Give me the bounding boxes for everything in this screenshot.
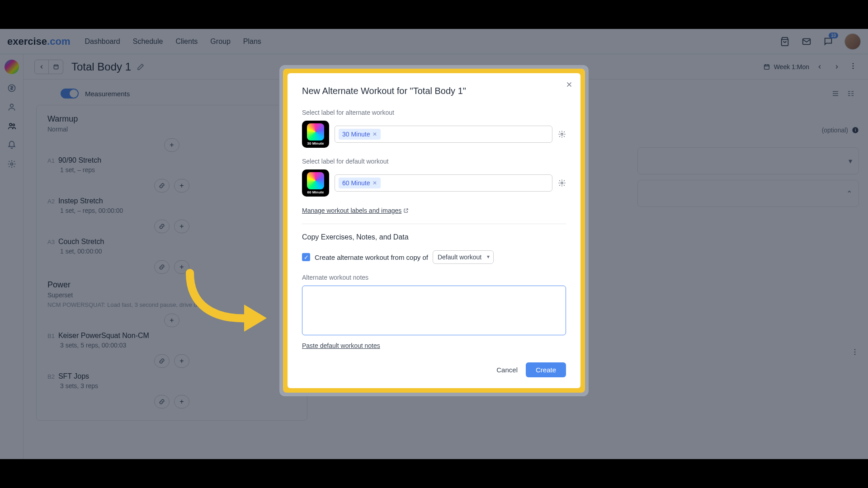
notes-textarea[interactable]	[302, 286, 566, 335]
svg-point-17	[561, 182, 563, 184]
default-label-chip[interactable]: 60 Minute✕	[339, 178, 381, 188]
alt-thumbnail[interactable]: 30 Minute	[302, 121, 329, 148]
svg-point-16	[561, 133, 563, 136]
default-label-heading: Select label for default workout	[302, 158, 566, 165]
default-chip-remove-icon[interactable]: ✕	[373, 180, 377, 186]
copy-checkbox-label: Create alternate workout from copy of	[315, 253, 428, 261]
create-button[interactable]: Create	[526, 362, 566, 377]
alt-label-gear-icon[interactable]	[558, 130, 566, 138]
alt-label-chip[interactable]: 30 Minute✕	[339, 129, 381, 140]
modal: New Alternate Workout for "Total Body 1"…	[279, 65, 589, 396]
manage-labels-link[interactable]: Manage workout labels and images	[302, 207, 409, 214]
default-label-chip-text: 60 Minute	[342, 179, 370, 187]
alt-label-chip-text: 30 Minute	[342, 131, 370, 138]
default-thumbnail-text: 60 Minute	[307, 190, 324, 194]
default-thumbnail[interactable]: 60 Minute	[302, 169, 329, 197]
copy-checkbox[interactable]: ✓	[302, 253, 310, 261]
alt-label-input[interactable]: 30 Minute✕	[335, 126, 552, 143]
modal-title: New Alternate Workout for "Total Body 1"	[302, 86, 566, 96]
close-icon[interactable]	[564, 80, 574, 89]
copy-source-select[interactable]: Default workout	[433, 250, 494, 264]
alt-label-heading: Select label for alternate workout	[302, 109, 566, 116]
paste-notes-link[interactable]: Paste default workout notes	[302, 342, 380, 349]
copy-section-heading: Copy Exercises, Notes, and Data	[302, 233, 566, 241]
default-label-gear-icon[interactable]	[558, 179, 566, 187]
notes-label: Alternate workout notes	[302, 274, 566, 281]
cancel-button[interactable]: Cancel	[496, 366, 518, 374]
alt-chip-remove-icon[interactable]: ✕	[373, 131, 377, 137]
external-link-icon	[403, 208, 409, 213]
app-window: exercise.com Dashboard Schedule Clients …	[0, 29, 868, 459]
default-label-input[interactable]: 60 Minute✕	[335, 174, 552, 192]
alt-thumbnail-text: 30 Minute	[307, 141, 324, 145]
